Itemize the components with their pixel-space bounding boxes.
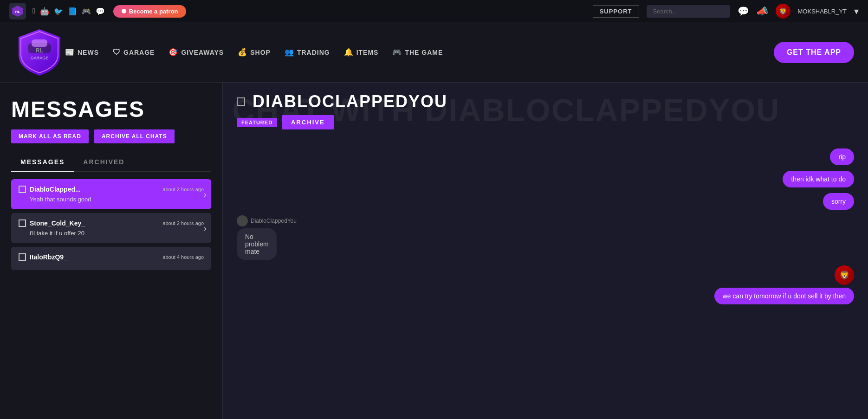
chat-body: rip then idk what to do sorry DiabloClap… [223,139,868,419]
sender-avatar-right: 🦁 [835,265,854,285]
message-item-header: DiabloClapped... about 2 hours ago [19,186,204,193]
top-bar: RL  🤖 🐦 📘 🎮 💬 Become a patron SUPPORT 💬… [0,0,868,22]
steam-icon[interactable]: 🎮 [82,7,91,16]
svg-rect-4 [32,39,47,47]
tab-archived[interactable]: ARCHIVED [74,155,134,171]
message-username: Stone_Cold_Key_ [30,219,85,227]
chat-header-row: DIABLOCLAPPEDYOU [237,92,854,111]
mark-all-read-button[interactable]: MARK ALL AS READ [11,129,89,143]
patron-label: Become a patron [129,8,178,15]
nav-shop[interactable]: 💰 SHOP [238,48,271,57]
message-bubble-received: DiabloClappedYou No problem mate [237,215,303,260]
message-bubble-sent: then idk what to do [783,171,854,187]
support-button[interactable]: SUPPORT [593,5,639,18]
site-logo: RL GARAGE [14,27,65,78]
sender-name: DiabloClappedYou [251,218,297,224]
message-username: ItaloRbzQ9_ [30,253,67,261]
message-time: about 4 hours ago [162,254,204,260]
garage-icon: 🛡 [113,48,121,57]
tab-messages[interactable]: MESSAGES [11,155,74,171]
message-item-user: Stone_Cold_Key_ [19,219,85,227]
nav-the-game[interactable]: 🎮 THE GAME [392,48,443,57]
message-bubble-sent: sorry [823,193,854,210]
message-username: DiabloClapped... [30,186,81,193]
discord-icon[interactable]: 💬 [96,7,105,16]
message-bubble-sent: we can try tomorrow if u dont sell it by… [714,288,854,304]
game-icon: 🎮 [392,48,402,57]
messages-actions: MARK ALL AS READ ARCHIVE ALL CHATS [11,129,211,143]
featured-badge: FEATURED [237,118,277,127]
chevron-right-icon: › [204,189,207,199]
nav-items[interactable]: 🔔 ITEMS [344,48,379,57]
ios-icon[interactable]:  [32,7,35,15]
messages-icon[interactable]: 💬 [738,6,749,17]
message-checkbox[interactable] [19,219,26,227]
android-icon[interactable]: 🤖 [40,7,49,16]
chat-header: DIABLOCLAPPEDYOU FEATURED ARCHIVE [223,83,868,139]
megaphone-icon[interactable]: 📣 [757,6,768,17]
message-preview: Yeah that sounds good [19,196,204,203]
items-icon: 🔔 [344,48,354,57]
news-icon: 📰 [65,48,75,57]
giveaways-icon: 🎯 [168,48,178,57]
message-time: about 2 hours ago [162,220,204,226]
messages-title: MESSAGES [11,97,211,122]
archive-all-button[interactable]: ARCHIVE ALL CHATS [94,129,175,143]
list-item[interactable]: Stone_Cold_Key_ about 2 hours ago i'll t… [11,213,211,243]
trading-icon: 👥 [285,48,294,57]
chat-title: DIABLOCLAPPEDYOU [253,92,447,111]
message-item-user: DiabloClapped... [19,186,81,193]
patron-dot [122,9,126,13]
message-checkbox[interactable] [19,186,26,193]
facebook-icon[interactable]: 📘 [68,7,77,16]
message-time: about 2 hours ago [162,187,204,192]
nav-garage[interactable]: 🛡 GARAGE [113,48,155,57]
message-bubble-sent: rip [830,148,854,165]
avatar: 🦁 [776,4,790,19]
search-input[interactable] [647,5,730,18]
message-item-user: ItaloRbzQ9_ [19,253,67,261]
chevron-right-icon: › [204,223,207,233]
messages-tabs: MESSAGES ARCHIVED [11,155,211,172]
svg-text:RL: RL [15,10,20,14]
message-item-header: Stone_Cold_Key_ about 2 hours ago [19,219,204,227]
main-nav: 📰 NEWS 🛡 GARAGE 🎯 GIVEAWAYS 💰 SHOP 👥 TRA… [65,48,774,57]
get-app-button[interactable]: GET THE APP [774,42,854,63]
nav-news[interactable]: 📰 NEWS [65,48,99,57]
message-sender: DiabloClappedYou [237,215,303,226]
message-item-header: ItaloRbzQ9_ about 4 hours ago [19,253,204,261]
message-preview: i'll take it if u offer 20 [19,230,204,237]
twitter-icon[interactable]: 🐦 [54,7,63,16]
message-checkbox[interactable] [19,253,26,261]
message-list: DiabloClapped... about 2 hours ago Yeah … [11,179,211,270]
top-bar-right: SUPPORT 💬 📣 🦁 MOKSHABLR_YT ▾ [593,4,859,19]
main-layout: MESSAGES MARK ALL AS READ ARCHIVE ALL CH… [0,83,868,419]
sender-avatar [237,215,248,226]
nav-trading[interactable]: 👥 TRADING [285,48,330,57]
chat-recipient: DIABLOCLAPPEDYOU [253,92,447,111]
list-item[interactable]: ItaloRbzQ9_ about 4 hours ago [11,247,211,270]
message-content: No problem mate [237,228,277,260]
nav-giveaways[interactable]: 🎯 GIVEAWAYS [168,48,224,57]
chevron-down-icon[interactable]: ▾ [854,6,859,17]
svg-text:GARAGE: GARAGE [31,56,49,60]
chat-panel: CHAT WITH DIABLOCLAPPEDYOU DIABLOCLAPPED… [223,83,868,419]
patron-button[interactable]: Become a patron [113,5,186,18]
archive-button[interactable]: ARCHIVE [282,115,334,129]
platform-icons:  🤖 🐦 📘 🎮 💬 [32,7,105,16]
site-logo-small: RL [9,3,26,19]
list-item[interactable]: DiabloClapped... about 2 hours ago Yeah … [11,179,211,209]
messages-panel: MESSAGES MARK ALL AS READ ARCHIVE ALL CH… [0,83,223,419]
chat-checkbox[interactable] [237,97,245,106]
username-label[interactable]: MOKSHABLR_YT [798,8,847,15]
nav-bar: RL GARAGE 📰 NEWS 🛡 GARAGE 🎯 GIVEAWAYS 💰 … [0,22,868,83]
shop-icon: 💰 [238,48,247,57]
